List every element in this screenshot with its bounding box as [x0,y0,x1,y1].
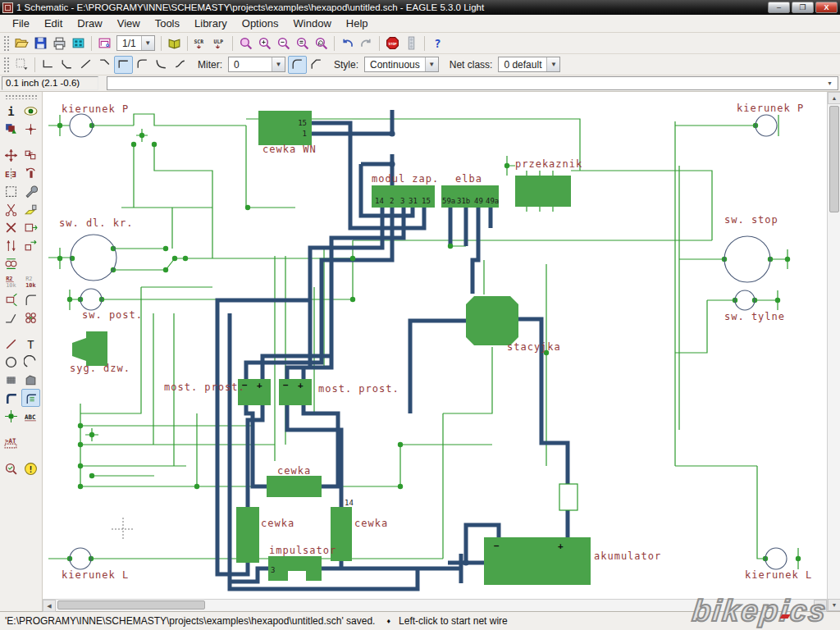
dropdown-arrow-icon[interactable]: ▼ [546,57,559,71]
tool-rect[interactable] [2,371,21,389]
dropdown-arrow-icon[interactable]: ▼ [272,57,285,71]
tool-erc[interactable] [2,459,21,477]
board-icon[interactable] [95,34,114,52]
tool-change[interactable] [21,182,40,200]
menu-window[interactable]: Window [286,16,339,31]
tool-attribute[interactable]: >AT [2,433,21,451]
tool-split[interactable] [2,308,21,326]
part-przekaznik[interactable] [515,176,571,207]
part-cewka-v-left[interactable] [236,507,259,563]
tool-cut[interactable] [2,200,21,218]
tool-show[interactable] [21,102,40,120]
scroll-down-icon[interactable]: ▼ [828,599,840,611]
tool-circle[interactable] [2,353,21,371]
print-icon[interactable] [50,34,69,52]
tool-invoke[interactable] [21,308,40,326]
bend-arc-ccw-icon[interactable] [152,56,171,74]
part-fuse[interactable] [559,484,578,510]
tool-gateswap[interactable] [2,254,21,272]
tool-paste[interactable] [21,200,40,218]
cam-icon[interactable] [69,34,88,52]
grid-icon[interactable] [12,56,31,74]
miter-round-icon[interactable] [288,56,307,74]
zoom-in-icon[interactable] [255,34,274,52]
toolbar-drag-handle[interactable] [3,35,9,52]
traffic-icon[interactable] [402,34,421,52]
save-icon[interactable] [31,34,50,52]
tool-add[interactable] [21,218,40,236]
part-sw-tylne[interactable] [735,290,755,310]
horizontal-scroll-thumb[interactable] [57,600,205,609]
menu-options[interactable]: Options [235,16,286,31]
part-kierunek-l-right[interactable] [765,548,787,569]
dropdown-arrow-icon[interactable]: ▼ [425,57,438,71]
bend-corner-down-icon[interactable] [39,56,57,74]
menu-file[interactable]: File [5,16,37,31]
open-icon[interactable] [12,34,31,52]
vertical-scrollbar[interactable]: ▲ ▼ [827,92,840,611]
bend-corner-up-icon[interactable] [114,56,133,74]
tool-errors[interactable]: ! [21,459,40,477]
part-kierunek-p-right[interactable] [756,115,777,136]
part-sw-post[interactable] [80,289,102,310]
part-akumulator[interactable] [484,537,591,585]
redo-icon[interactable] [357,34,376,52]
tool-text[interactable]: T [21,335,40,353]
tool-pinswap[interactable] [2,236,21,254]
tool-replace[interactable] [21,236,40,254]
menu-library[interactable]: Library [187,16,235,31]
part-sw-stop[interactable] [724,236,770,282]
menu-tools[interactable]: Tools [148,16,187,31]
menu-help[interactable]: Help [339,16,376,31]
tool-display[interactable] [2,120,21,138]
tool-copy[interactable] [21,146,40,164]
tool-value[interactable]: R210k [21,272,40,290]
dropdown-arrow-icon[interactable]: ▼ [141,36,154,50]
miter-straight-icon[interactable] [307,56,326,74]
zoom-redraw-icon[interactable] [312,34,331,52]
toolbar-drag-handle[interactable] [3,57,9,73]
tool-info[interactable]: i [2,102,21,120]
menu-view[interactable]: View [110,16,148,31]
menu-draw[interactable]: Draw [70,16,109,31]
help-icon[interactable]: ? [428,34,447,52]
restore-button[interactable]: ❐ [792,2,814,13]
part-syg-dzw[interactable] [72,331,107,366]
tool-label[interactable]: ABC [21,407,40,425]
netclass-value-combo[interactable]: 0 default▼ [498,57,560,72]
minimize-button[interactable]: – [768,2,790,13]
part-stacyjka[interactable] [466,296,518,345]
zoom-fit-icon[interactable] [236,34,255,52]
tool-name[interactable]: R210k [2,272,21,290]
bend-arc-cw-icon[interactable] [133,56,152,74]
tool-smash[interactable] [2,290,21,308]
palette-drag-handle[interactable] [5,94,37,99]
tool-junction[interactable] [2,407,21,425]
use-icon[interactable] [165,34,184,52]
scroll-up-icon[interactable]: ▲ [828,92,840,104]
scroll-left-icon[interactable]: ◀ [43,600,56,612]
tool-move[interactable] [2,146,21,164]
tool-group[interactable] [2,182,21,200]
tool-net[interactable] [21,389,40,407]
schematic-canvas[interactable]: kierunek P kierunek P cewka WN modul zap… [43,92,827,599]
bend-diagonal-icon[interactable] [76,56,95,74]
stop-icon[interactable]: STOP [383,34,402,52]
bend-diag-then-h-icon[interactable] [57,56,76,74]
part-impulsator[interactable] [268,556,322,581]
style-value-combo[interactable]: Continuous▼ [364,57,439,72]
sheet-combo[interactable]: 1/1▼ [116,35,155,51]
tool-arc[interactable] [21,353,40,371]
undo-icon[interactable] [338,34,357,52]
command-history-dropdown-icon[interactable]: ▼ [824,80,835,86]
part-cewka-h[interactable] [267,476,322,497]
zoom-out-icon[interactable] [274,34,293,52]
tool-rotate[interactable] [21,164,40,182]
script-icon[interactable]: SCR [191,34,210,52]
part-cewka-wn[interactable] [258,111,312,145]
tool-bus[interactable] [2,389,21,407]
close-button[interactable]: X [815,2,838,13]
menu-edit[interactable]: Edit [37,16,70,31]
zoom-select-icon[interactable] [293,34,312,52]
part-kierunek-l-left[interactable] [70,548,91,569]
